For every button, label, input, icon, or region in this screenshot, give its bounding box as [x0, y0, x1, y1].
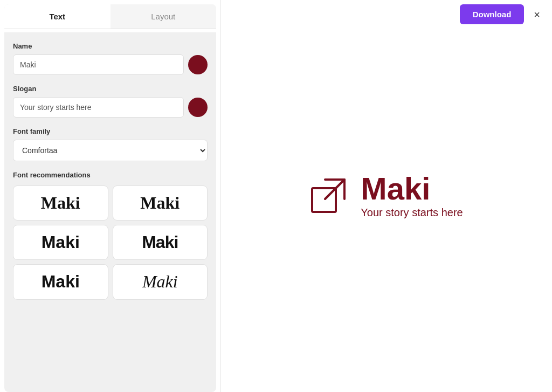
font-recommendations-label: Font recommendations [13, 171, 208, 179]
close-button[interactable]: × [528, 6, 546, 23]
slogan-field-row [13, 97, 208, 118]
font-card-4[interactable]: Maki [113, 225, 208, 260]
font-card-1[interactable]: Maki [13, 185, 108, 221]
font-grid: Maki Maki Maki Maki Maki Maki [13, 185, 208, 300]
left-panel: Text Layout Name Slogan Font family Comf… [0, 0, 221, 392]
logo-slogan: Your story starts here [361, 207, 463, 219]
logo-preview: Maki Your story starts here [310, 173, 463, 219]
preview-area: Maki Your story starts here [221, 0, 552, 392]
name-label: Name [13, 42, 208, 50]
font-family-label: Font family [13, 127, 208, 135]
slogan-input[interactable] [13, 97, 184, 118]
tab-text[interactable]: Text [4, 4, 111, 29]
font-card-2[interactable]: Maki [113, 185, 208, 221]
name-input[interactable] [13, 54, 184, 75]
font-card-3[interactable]: Maki [13, 225, 108, 260]
slogan-label: Slogan [13, 85, 208, 93]
slogan-color-picker[interactable] [188, 98, 208, 117]
font-card-5[interactable]: Maki [13, 264, 108, 299]
logo-icon [310, 177, 348, 215]
name-color-picker[interactable] [188, 55, 208, 74]
logo-name: Maki [361, 173, 463, 204]
font-card-6[interactable]: Maki [113, 264, 208, 299]
top-bar: Download × [453, 0, 552, 29]
name-field-row [13, 54, 208, 75]
tabs: Text Layout [4, 4, 216, 29]
logo-text-group: Maki Your story starts here [361, 173, 463, 219]
download-button[interactable]: Download [460, 4, 525, 24]
font-family-select[interactable]: Comfortaa Roboto Open Sans Lato Montserr… [13, 140, 208, 161]
tab-layout[interactable]: Layout [111, 4, 217, 29]
form-area: Name Slogan Font family Comfortaa Roboto… [4, 32, 216, 392]
